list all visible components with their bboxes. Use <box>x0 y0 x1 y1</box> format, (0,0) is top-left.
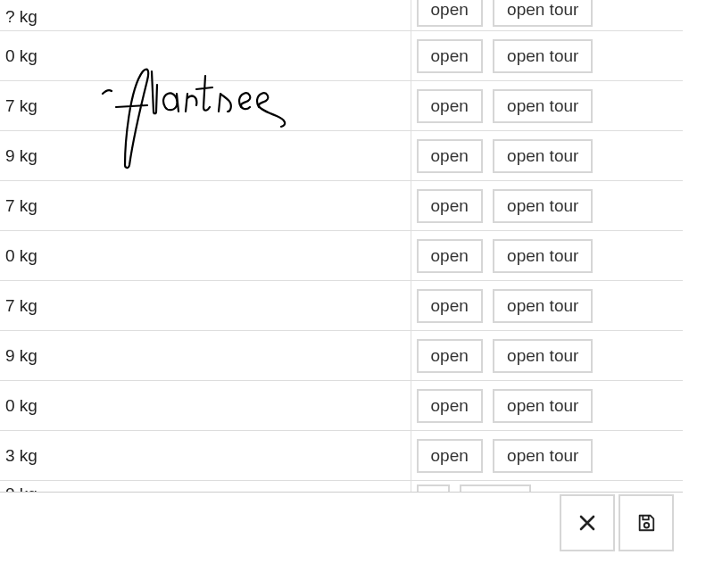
table-row: 7 kg open open tour <box>0 281 683 331</box>
table-row: 9 kg open open tour <box>0 331 683 381</box>
save-icon <box>636 513 656 533</box>
table-row: 9 kg open open tour <box>0 131 683 181</box>
open-tour-button[interactable]: open tour <box>493 89 593 123</box>
table-row: ? kg open open tour <box>0 0 683 31</box>
weight-value: 3 kg <box>5 446 37 465</box>
open-button[interactable]: open <box>417 439 483 473</box>
weight-cell: 7 kg <box>0 81 411 131</box>
tour-table: ? kg open open tour 0 kg open open tour <box>0 0 683 495</box>
weight-cell: 0 kg <box>0 381 411 431</box>
tour-table-container: ? kg open open tour 0 kg open open tour <box>0 0 683 495</box>
open-button[interactable]: open <box>417 389 483 423</box>
save-button[interactable] <box>619 494 674 551</box>
open-tour-button[interactable]: open tour <box>493 39 593 73</box>
open-button[interactable]: open <box>417 0 483 27</box>
open-tour-button[interactable]: open tour <box>493 139 593 173</box>
actions-cell: open open tour <box>411 0 683 31</box>
actions-cell: open open tour <box>411 131 683 181</box>
weight-value: 9 kg <box>5 346 37 365</box>
open-tour-button[interactable]: open tour <box>493 239 593 273</box>
bottom-action-bar <box>0 492 683 552</box>
open-tour-button[interactable]: open tour <box>493 439 593 473</box>
actions-cell: open open tour <box>411 81 683 131</box>
weight-value: 0 kg <box>5 246 37 265</box>
weight-cell: 0 kg <box>0 231 411 281</box>
open-tour-button[interactable]: open tour <box>493 339 593 373</box>
open-button[interactable]: open <box>417 39 483 73</box>
weight-cell: 7 kg <box>0 181 411 231</box>
table-row: 3 kg open open tour <box>0 431 683 481</box>
open-button[interactable]: open <box>417 139 483 173</box>
open-button[interactable]: open <box>417 89 483 123</box>
weight-value: ? kg <box>5 7 37 26</box>
weight-value: 7 kg <box>5 196 37 215</box>
table-row: 0 kg open open tour <box>0 381 683 431</box>
actions-cell: open open tour <box>411 31 683 81</box>
actions-cell: open open tour <box>411 381 683 431</box>
close-icon <box>578 514 596 532</box>
weight-value: 7 kg <box>5 96 37 115</box>
open-tour-button[interactable]: open tour <box>493 389 593 423</box>
weight-cell: 0 kg <box>0 31 411 81</box>
table-row: 0 kg open open tour <box>0 231 683 281</box>
table-row: 7 kg open open tour <box>0 81 683 131</box>
actions-cell: open open tour <box>411 231 683 281</box>
actions-cell: open open tour <box>411 331 683 381</box>
actions-cell: open open tour <box>411 181 683 231</box>
open-tour-button[interactable]: open tour <box>493 289 593 323</box>
open-button[interactable]: open <box>417 289 483 323</box>
table-row: 7 kg open open tour <box>0 181 683 231</box>
weight-cell: 7 kg <box>0 281 411 331</box>
weight-value: 0 kg <box>5 396 37 415</box>
open-button[interactable]: open <box>417 189 483 223</box>
actions-cell: open open tour <box>411 431 683 481</box>
open-button[interactable]: open <box>417 339 483 373</box>
weight-cell: 9 kg <box>0 331 411 381</box>
weight-cell: 3 kg <box>0 431 411 481</box>
svg-point-0 <box>644 523 650 528</box>
close-button[interactable] <box>560 494 615 551</box>
weight-value: 9 kg <box>5 146 37 165</box>
weight-value: 7 kg <box>5 296 37 315</box>
open-tour-button[interactable]: open tour <box>493 0 593 27</box>
weight-cell: ? kg <box>0 0 411 31</box>
weight-value: 0 kg <box>5 46 37 65</box>
weight-cell: 9 kg <box>0 131 411 181</box>
open-tour-button[interactable]: open tour <box>493 189 593 223</box>
open-button[interactable]: open <box>417 239 483 273</box>
table-row: 0 kg open open tour <box>0 31 683 81</box>
actions-cell: open open tour <box>411 281 683 331</box>
